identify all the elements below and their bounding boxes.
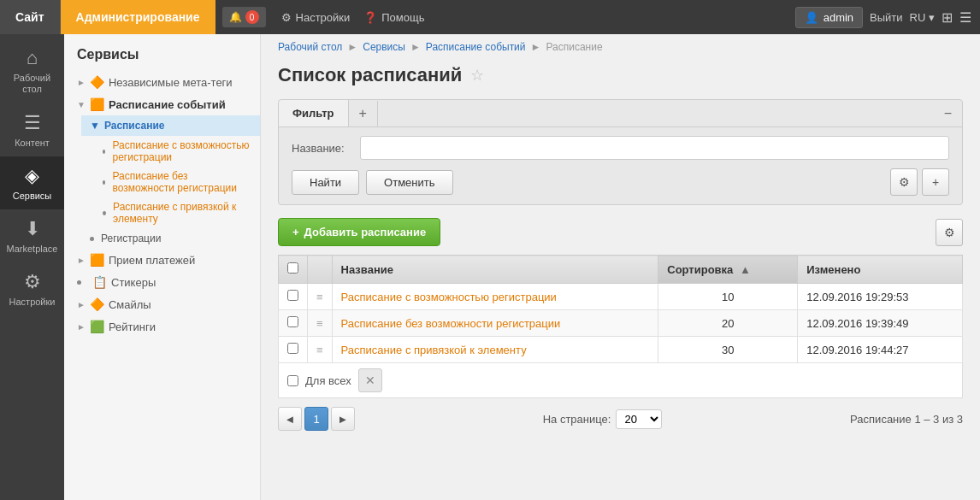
plus-icon-add: + xyxy=(292,226,299,238)
filter-add-condition-button[interactable]: + xyxy=(922,168,949,196)
breadcrumb-event-schedule[interactable]: Расписание событий xyxy=(426,41,526,53)
filter-name-input[interactable] xyxy=(360,136,949,160)
nav-label-sched-reg: Расписание с возможностью регистрации xyxy=(112,139,251,163)
sidebar-label-dashboard: Рабочий стол xyxy=(4,73,60,95)
row-checkbox[interactable] xyxy=(287,343,298,354)
user-button[interactable]: 👤 admin xyxy=(795,7,863,28)
breadcrumb-dashboard[interactable]: Рабочий стол xyxy=(278,41,342,53)
sidebar-item-dashboard[interactable]: ⌂ Рабочий стол xyxy=(0,38,64,103)
for-all-delete-button[interactable]: ✕ xyxy=(358,368,382,392)
site-label[interactable]: Сайт xyxy=(0,0,61,34)
lang-button[interactable]: RU ▾ xyxy=(910,11,935,24)
filter-settings-button[interactable]: ⚙ xyxy=(890,168,918,196)
nav-sub-label-schedule: Расписание xyxy=(104,120,165,132)
dot-icon-1 xyxy=(103,150,105,154)
settings-link[interactable]: ⚙ Настройки xyxy=(281,11,351,24)
nav-label-smileys: Смайлы xyxy=(109,298,151,311)
row-drag-cell[interactable]: ≡ xyxy=(308,337,333,363)
logout-button[interactable]: Выйти xyxy=(870,11,903,24)
icon-sidebar: ⌂ Рабочий стол ☰ Контент ◈ Сервисы ⬇ Mar… xyxy=(0,34,64,500)
arrow-down-icon-sub: ▼ xyxy=(90,120,100,132)
payments-icon: 🟧 xyxy=(90,253,104,267)
content-icon: ☰ xyxy=(24,112,41,134)
admin-label[interactable]: Администрирование xyxy=(61,0,215,34)
nav-sub-schedule: ▼ Расписание Расписание с возможностью р… xyxy=(64,115,260,249)
main-layout: ⌂ Рабочий стол ☰ Контент ◈ Сервисы ⬇ Mar… xyxy=(0,34,980,500)
sidebar-label-settings: Настройки xyxy=(9,297,56,307)
nav-item-payments[interactable]: ► 🟧 Прием платежей xyxy=(64,249,260,271)
next-page-button[interactable]: ► xyxy=(331,407,355,431)
sidebar-item-settings[interactable]: ⚙ Настройки xyxy=(0,262,64,315)
grid-button[interactable]: ⊞ xyxy=(942,9,953,26)
nav-item-sched-noreg[interactable]: Расписание без возможности регистрации xyxy=(94,167,260,197)
row-name-link[interactable]: Расписание без возможности регистрации xyxy=(341,317,561,330)
table-footer: Для всех ✕ xyxy=(278,363,963,398)
home-icon: ⌂ xyxy=(27,47,38,69)
sidebar-item-content[interactable]: ☰ Контент xyxy=(0,103,64,156)
row-checkbox-cell xyxy=(279,284,308,310)
menu-icon-button[interactable]: ☰ xyxy=(959,9,971,26)
nav-label-sched-link: Расписание с привязкой к элементу xyxy=(113,201,251,225)
sidebar-item-services[interactable]: ◈ Сервисы xyxy=(0,156,64,209)
services-icon: ◈ xyxy=(25,165,39,187)
row-drag-cell[interactable]: ≡ xyxy=(308,310,333,337)
nav-sub-item-schedule[interactable]: ▼ Расписание xyxy=(81,115,260,136)
col-header-name[interactable]: Название xyxy=(332,256,658,284)
favorite-icon[interactable]: ☆ xyxy=(470,66,484,85)
filter-tab[interactable]: Фильтр xyxy=(279,100,349,126)
nav-label-meta-tags: Независимые мета-теги xyxy=(109,76,233,89)
find-button[interactable]: Найти xyxy=(292,170,359,195)
table-toolbar: + Добавить расписание ⚙ xyxy=(261,218,980,255)
filter-add-button[interactable]: + xyxy=(349,101,378,126)
dot-icon-3 xyxy=(103,211,106,215)
row-name-link[interactable]: Расписание с привязкой к элементу xyxy=(341,344,527,356)
content-area: Рабочий стол ► Сервисы ► Расписание собы… xyxy=(261,34,980,500)
cancel-button[interactable]: Отменить xyxy=(366,170,452,195)
nav-item-sched-reg[interactable]: Расписание с возможностью регистрации xyxy=(94,136,260,167)
nav-title: Сервисы xyxy=(64,43,260,71)
nav-item-sched-link[interactable]: Расписание с привязкой к элементу xyxy=(94,197,260,228)
nav-item-ratings[interactable]: ► 🟩 Рейтинги xyxy=(64,315,260,338)
nav-sidebar: Сервисы ► 🔶 Независимые мета-теги ▼ 🟧 Ра… xyxy=(64,34,261,500)
nav-item-smileys[interactable]: ► 🔶 Смайлы xyxy=(64,293,260,315)
row-changed-cell: 12.09.2016 19:39:49 xyxy=(798,310,963,337)
sidebar-label-services: Сервисы xyxy=(13,191,52,201)
gear-icon-filter: ⚙ xyxy=(899,175,910,189)
nav-sub-item-registrations[interactable]: Регистрации xyxy=(81,228,260,249)
settings-icon: ⚙ xyxy=(24,271,41,293)
sort-asc-icon: ▲ xyxy=(740,263,751,276)
for-all-checkbox[interactable] xyxy=(287,375,298,386)
event-schedule-icon: 🟧 xyxy=(90,97,104,111)
breadcrumb-services[interactable]: Сервисы xyxy=(363,41,405,53)
notifications-badge: 0 xyxy=(245,10,259,24)
row-sort-cell: 20 xyxy=(658,310,798,337)
row-name-link[interactable]: Расписание с возможностью регистрации xyxy=(341,291,557,303)
chevron-down-icon: ▾ xyxy=(929,11,935,24)
nav-item-stickers[interactable]: 📋 Стикеры xyxy=(64,271,260,293)
top-bar-mid: ⚙ Настройки ❓ Помощь xyxy=(273,11,787,24)
pagination-info: Расписание 1 – 3 из 3 xyxy=(850,413,963,426)
col-header-sort[interactable]: Сортировка ▲ xyxy=(658,256,798,284)
ratings-icon: 🟩 xyxy=(90,320,104,333)
row-checkbox[interactable] xyxy=(287,290,298,301)
help-link[interactable]: ❓ Помощь xyxy=(363,11,424,24)
nav-label-stickers: Стикеры xyxy=(111,276,156,289)
col-header-drag xyxy=(308,256,333,284)
sidebar-item-marketplace[interactable]: ⬇ Marketplace xyxy=(0,209,64,262)
col-header-checkbox xyxy=(279,256,308,284)
notifications-button[interactable]: 🔔 0 xyxy=(222,7,266,27)
table-settings-button[interactable]: ⚙ xyxy=(936,219,963,246)
row-checkbox[interactable] xyxy=(287,316,298,327)
row-drag-cell[interactable]: ≡ xyxy=(308,284,333,310)
filter-collapse-button[interactable]: − xyxy=(934,101,962,126)
nav-item-meta-tags[interactable]: ► 🔶 Независимые мета-теги xyxy=(64,71,260,93)
page-1-button[interactable]: 1 xyxy=(304,407,328,431)
add-schedule-button[interactable]: + Добавить расписание xyxy=(278,218,440,246)
nav-sub-sub-items: Расписание с возможностью регистрации Ра… xyxy=(81,136,260,228)
prev-page-button[interactable]: ◄ xyxy=(278,407,302,431)
select-all-checkbox[interactable] xyxy=(287,262,298,274)
nav-item-event-schedule[interactable]: ▼ 🟧 Расписание событий xyxy=(64,93,260,115)
filter-tabs: Фильтр + − xyxy=(279,100,962,127)
per-page-select[interactable]: 20 50 100 xyxy=(616,409,662,429)
filter-actions: Найти Отменить ⚙ + xyxy=(279,168,962,204)
